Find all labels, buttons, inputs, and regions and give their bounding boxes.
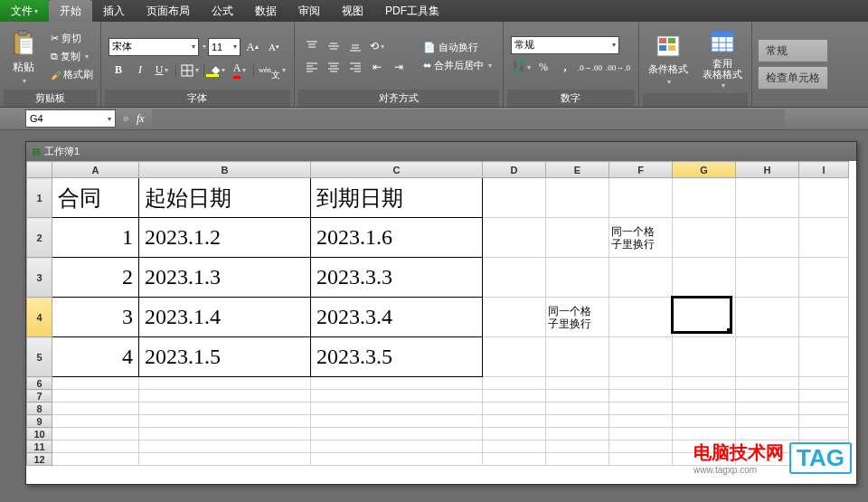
- cell-B10[interactable]: [139, 428, 311, 440]
- decrease-font-button[interactable]: A▾: [264, 37, 284, 57]
- cell-C4[interactable]: 2023.3.4: [311, 298, 483, 337]
- cell-E10[interactable]: [546, 428, 609, 440]
- cell-F7[interactable]: [609, 390, 673, 403]
- cell-A9[interactable]: [52, 415, 139, 428]
- align-middle-button[interactable]: [324, 36, 344, 56]
- tab-insert[interactable]: 插入: [92, 0, 136, 22]
- cell-F9[interactable]: [609, 415, 673, 428]
- cell-A10[interactable]: [52, 428, 139, 440]
- comma-button[interactable]: ,: [555, 58, 575, 78]
- cell-C11[interactable]: [311, 440, 483, 453]
- cell-A12[interactable]: [52, 453, 139, 466]
- col-header-H[interactable]: H: [736, 162, 799, 178]
- cell-C10[interactable]: [311, 428, 483, 440]
- name-box[interactable]: G4▾: [25, 109, 116, 128]
- cell-A5[interactable]: 4: [52, 337, 139, 377]
- cell-H4[interactable]: [736, 298, 799, 337]
- cell-G8[interactable]: [673, 403, 736, 415]
- cell-D9[interactable]: [483, 415, 546, 428]
- percent-button[interactable]: %: [533, 58, 553, 78]
- cell-F12[interactable]: [609, 453, 673, 466]
- cell-E4[interactable]: 同一个格子里换行: [546, 298, 609, 337]
- cell-B2[interactable]: 2023.1.2: [139, 218, 311, 258]
- currency-button[interactable]: 💱▾: [511, 58, 532, 78]
- copy-button[interactable]: ⧉复制▾: [47, 48, 97, 65]
- cell-G9[interactable]: [673, 415, 736, 428]
- cell-H6[interactable]: [736, 377, 799, 390]
- orientation-button[interactable]: ⟲▾: [367, 36, 387, 56]
- cell-G10[interactable]: [673, 428, 736, 440]
- cell-I5[interactable]: [799, 337, 849, 377]
- row-header-9[interactable]: 9: [27, 415, 52, 428]
- fill-color-button[interactable]: ◆▾: [208, 61, 228, 81]
- cell-E12[interactable]: [546, 453, 609, 466]
- cell-I1[interactable]: [799, 178, 849, 218]
- cell-A2[interactable]: 1: [52, 218, 139, 258]
- italic-button[interactable]: I: [130, 61, 150, 81]
- cell-E9[interactable]: [546, 415, 609, 428]
- cell-B8[interactable]: [139, 403, 311, 415]
- cell-B5[interactable]: 2023.1.5: [139, 337, 311, 377]
- tab-view[interactable]: 视图: [331, 0, 374, 22]
- cell-D6[interactable]: [483, 377, 546, 390]
- col-header-A[interactable]: A: [52, 162, 139, 178]
- cell-E2[interactable]: [546, 218, 609, 258]
- col-header-C[interactable]: C: [311, 162, 483, 178]
- row-header-12[interactable]: 12: [27, 453, 52, 466]
- cell-D4[interactable]: [483, 298, 546, 337]
- grid[interactable]: ABCDEFGHI1合同起始日期到期日期212023.1.22023.1.6同一…: [26, 161, 856, 484]
- font-name-select[interactable]: 宋体▾: [108, 38, 199, 56]
- font-size-select[interactable]: 11▾: [208, 38, 241, 56]
- cell-G1[interactable]: [673, 178, 736, 218]
- cell-D1[interactable]: [483, 178, 546, 218]
- decrease-decimal-button[interactable]: .00→.0: [605, 58, 631, 78]
- cell-F2[interactable]: 同一个格子里换行: [609, 218, 673, 258]
- align-center-button[interactable]: [324, 57, 344, 77]
- cell-G2[interactable]: [673, 218, 736, 258]
- increase-indent-button[interactable]: ⇥: [389, 57, 409, 77]
- cell-D7[interactable]: [483, 390, 546, 403]
- cell-A4[interactable]: 3: [52, 298, 139, 337]
- cell-G5[interactable]: [673, 337, 736, 377]
- cell-E6[interactable]: [546, 377, 609, 390]
- cell-D5[interactable]: [483, 337, 546, 377]
- row-header-1[interactable]: 1: [27, 178, 52, 218]
- number-format-select[interactable]: 常规▾: [511, 36, 619, 54]
- cell-C5[interactable]: 2023.3.5: [311, 337, 483, 377]
- cell-A6[interactable]: [52, 377, 139, 390]
- cell-F8[interactable]: [609, 403, 673, 415]
- cell-H9[interactable]: [736, 415, 799, 428]
- underline-button[interactable]: U▾: [152, 61, 172, 81]
- row-header-6[interactable]: 6: [27, 377, 52, 390]
- cell-E1[interactable]: [546, 178, 609, 218]
- cell-C1[interactable]: 到期日期: [311, 178, 483, 218]
- cell-I8[interactable]: [799, 403, 849, 415]
- cell-F10[interactable]: [609, 428, 673, 440]
- cell-H8[interactable]: [736, 403, 799, 415]
- cell-B1[interactable]: 起始日期: [139, 178, 311, 218]
- cell-I7[interactable]: [799, 390, 849, 403]
- cell-I2[interactable]: [799, 218, 849, 258]
- border-button[interactable]: ▾: [180, 61, 200, 81]
- cell-C2[interactable]: 2023.1.6: [311, 218, 483, 258]
- cell-A11[interactable]: [52, 440, 139, 453]
- cell-C8[interactable]: [311, 403, 483, 415]
- cell-G7[interactable]: [673, 390, 736, 403]
- cell-B11[interactable]: [139, 440, 311, 453]
- cell-I10[interactable]: [799, 428, 849, 440]
- col-header-I[interactable]: I: [799, 162, 849, 178]
- cell-E3[interactable]: [546, 258, 609, 298]
- row-header-4[interactable]: 4: [27, 298, 52, 337]
- cell-C7[interactable]: [311, 390, 483, 403]
- align-top-button[interactable]: [302, 36, 322, 56]
- col-header-B[interactable]: B: [139, 162, 311, 178]
- col-header-D[interactable]: D: [483, 162, 546, 178]
- wrap-text-button[interactable]: 📄自动换行: [420, 39, 495, 56]
- cell-A3[interactable]: 2: [52, 258, 139, 298]
- cell-D2[interactable]: [483, 218, 546, 258]
- tab-data[interactable]: 数据: [244, 0, 288, 22]
- col-header-G[interactable]: G: [673, 162, 736, 178]
- cell-D10[interactable]: [483, 428, 546, 440]
- increase-decimal-button[interactable]: .0→.00: [577, 58, 603, 78]
- paste-button[interactable]: 粘贴▾: [4, 24, 43, 90]
